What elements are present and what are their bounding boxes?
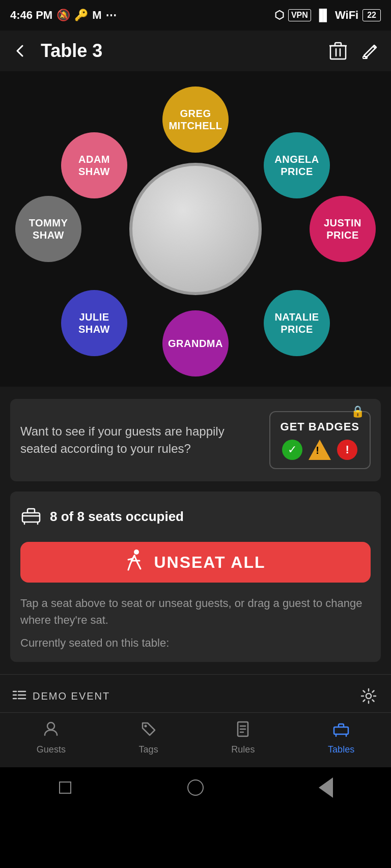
seats-header: 8 of 8 seats occupied — [20, 504, 371, 530]
seat-adam-shaw[interactable]: ADAMSHAW — [61, 132, 127, 198]
tab-rules-label: Rules — [231, 744, 255, 755]
page-title: Table 3 — [41, 40, 318, 62]
header-icons — [328, 41, 381, 61]
recents-button[interactable] — [52, 775, 78, 800]
tab-tables-label: Tables — [328, 744, 354, 755]
tab-tables[interactable]: Tables — [318, 717, 365, 759]
seat-tommy-shaw[interactable]: TOMMYSHAW — [15, 196, 81, 262]
seats-occupied-label: 8 of 8 seats occupied — [50, 509, 184, 525]
recents-icon — [59, 782, 71, 794]
unseat-all-label: UNSEAT ALL — [154, 553, 265, 572]
tab-rules[interactable]: Rules — [221, 717, 265, 759]
delete-button[interactable] — [328, 41, 348, 61]
seat-angela-price[interactable]: ANGELAPRICE — [264, 132, 330, 198]
bluetooth-icon: ⬡ — [274, 9, 284, 22]
table-diagram: GREGMITCHELL ADAMSHAW ANGELAPRICE TOMMYS… — [0, 71, 391, 387]
check-badge: ✓ — [282, 440, 302, 460]
guests-icon — [43, 721, 59, 741]
lock-icon: 🔒 — [351, 405, 365, 418]
tab-tags-label: Tags — [139, 744, 158, 755]
battery-icon: 22 — [362, 9, 381, 21]
seat-julie-shaw[interactable]: JULIESHAW — [61, 290, 127, 356]
unseat-all-button[interactable]: UNSEAT ALL — [20, 542, 371, 583]
settings-button[interactable] — [358, 686, 379, 706]
event-name-label: DEMO EVENT — [33, 690, 110, 702]
seat-justin-price[interactable]: JUSTINPRICE — [310, 196, 376, 262]
svg-rect-8 — [334, 727, 348, 734]
event-bar: DEMO EVENT — [0, 680, 391, 713]
seated-on-table-text: Currently seated on this table: — [20, 636, 371, 650]
home-button[interactable] — [183, 775, 208, 800]
list-icon — [12, 689, 26, 703]
walk-icon — [125, 549, 144, 575]
bottom-bar: DEMO EVENT Guests — [0, 674, 391, 767]
rules-icon — [235, 721, 251, 741]
nav-tabs: Guests Tags Rules — [0, 713, 391, 763]
hint-text: Tap a seat above to seat or unseat guest… — [20, 595, 371, 628]
svg-point-6 — [144, 725, 147, 728]
table-seat-icon — [20, 504, 42, 530]
seat-natalie-price[interactable]: NATALIEPRICE — [264, 290, 330, 356]
seat-greg-mitchell[interactable]: GREGMITCHELL — [162, 86, 229, 153]
seats-section: 8 of 8 seats occupied UNSEAT ALL Tap a s… — [10, 491, 381, 662]
edit-button[interactable] — [360, 41, 381, 61]
event-name: DEMO EVENT — [12, 689, 110, 703]
center-table — [129, 163, 262, 295]
back-button[interactable] — [10, 41, 31, 61]
back-nav-button[interactable] — [313, 775, 339, 800]
wifi-icon: WiFi — [335, 9, 358, 22]
badges-description: Want to see if your guests are happily s… — [20, 423, 269, 457]
mute-icon: 🔕 — [57, 9, 70, 22]
status-time: 4:46 PM — [10, 9, 52, 22]
tables-icon — [333, 721, 349, 741]
warning-badge-container: ! — [309, 440, 331, 460]
info-section: Want to see if your guests are happily s… — [0, 387, 391, 674]
tab-guests-label: Guests — [37, 744, 66, 755]
warning-badge: ! — [309, 440, 331, 460]
signal-icon: ▐▌ — [315, 9, 331, 22]
tab-tags[interactable]: Tags — [129, 717, 169, 759]
home-icon — [187, 779, 204, 796]
svg-point-3 — [134, 549, 139, 555]
vpn-badge: VPN — [288, 9, 311, 21]
back-nav-icon — [319, 777, 333, 798]
tags-icon — [141, 721, 157, 741]
tab-guests[interactable]: Guests — [26, 717, 76, 759]
svg-rect-0 — [330, 46, 346, 59]
error-badge: ! — [337, 440, 357, 460]
header: Table 3 — [0, 31, 391, 71]
status-left: 4:46 PM 🔕 🔑 M ⋯ — [10, 9, 117, 22]
warning-icon: ! — [316, 445, 319, 456]
system-nav-bar — [0, 767, 391, 808]
badges-card: Want to see if your guests are happily s… — [10, 399, 381, 481]
badges-icons: ✓ ! ! — [282, 440, 357, 460]
svg-point-4 — [366, 693, 371, 699]
get-badges-button[interactable]: 🔒 GET BADGES ✓ ! ! — [269, 411, 371, 469]
menu-icon: ⋯ — [105, 9, 117, 22]
status-right: ⬡ VPN ▐▌ WiFi 22 — [274, 9, 381, 22]
seat-grandma[interactable]: GRANDMA — [162, 310, 229, 377]
badges-button-label: GET BADGES — [281, 420, 359, 433]
svg-rect-2 — [22, 513, 40, 522]
status-bar: 4:46 PM 🔕 🔑 M ⋯ ⬡ VPN ▐▌ WiFi 22 — [0, 0, 391, 31]
svg-point-5 — [47, 722, 54, 730]
key-icon: 🔑 — [74, 9, 88, 22]
mail-icon: M — [92, 9, 101, 22]
